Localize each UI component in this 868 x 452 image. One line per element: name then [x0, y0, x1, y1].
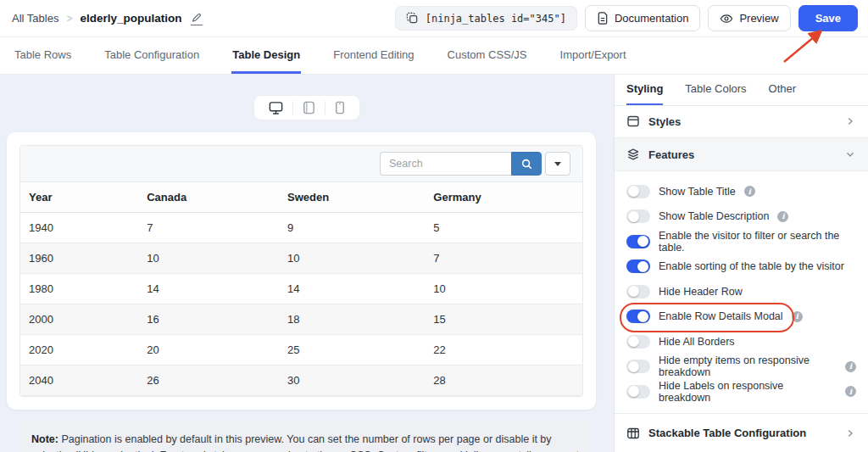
info-icon: i — [845, 386, 856, 397]
styles-section-header[interactable]: Styles — [615, 106, 868, 139]
save-button[interactable]: Save — [798, 5, 858, 31]
sidebar-tab[interactable]: Styling — [626, 75, 663, 105]
search-dropdown-button[interactable] — [545, 152, 570, 176]
mobile-icon — [334, 100, 346, 115]
column-header-sweden[interactable]: Sweden — [279, 182, 425, 213]
main-tab[interactable]: Table Rows — [14, 37, 72, 74]
note-label: Note: — [31, 433, 58, 445]
main-tab[interactable]: Table Design — [231, 37, 301, 74]
cell-germany: 28 — [425, 366, 582, 396]
search-button[interactable] — [511, 152, 542, 176]
cell-canada: 26 — [138, 366, 279, 396]
toggle-switch[interactable] — [626, 285, 650, 299]
cell-year: 1940 — [20, 213, 138, 243]
preview-label: Preview — [739, 12, 778, 25]
pencil-icon — [191, 12, 203, 24]
device-desktop-button[interactable] — [259, 98, 292, 117]
cell-sweden: 18 — [279, 304, 425, 335]
chevron-down-icon — [844, 148, 856, 160]
documentation-button[interactable]: Documentation — [585, 5, 700, 31]
table-shell: Year Canada Sweden Germany 1940 7 — [19, 145, 583, 397]
desktop-icon — [268, 100, 284, 115]
features-section-header[interactable]: Features — [615, 138, 868, 171]
cell-sweden: 25 — [279, 335, 425, 366]
page-title: elderly_population — [80, 12, 181, 25]
toggle-label: Enable sorting of the table by the visit… — [659, 260, 844, 272]
toggle-label: Enable Row Details Modal — [659, 310, 783, 322]
breadcrumb: All Tables > elderly_population — [12, 12, 203, 25]
features-icon — [626, 148, 640, 161]
settings-sidebar: Styling Table Colors Other Styles — [614, 75, 868, 452]
device-tablet-button[interactable] — [293, 98, 325, 117]
cell-canada: 10 — [138, 243, 279, 274]
sidebar-tab[interactable]: Other — [769, 75, 797, 105]
sidebar-tab[interactable]: Table Colors — [685, 75, 746, 105]
cell-germany: 5 — [425, 213, 582, 243]
note-text: Pagination is enabled by default in this… — [31, 433, 579, 452]
toggle-switch[interactable] — [626, 185, 650, 198]
top-bar: All Tables > elderly_population [ninja_t… — [0, 0, 868, 37]
cell-year: 2040 — [20, 366, 138, 396]
toggle-row: Hide empty items on responsive breakdown… — [626, 354, 856, 379]
search-input[interactable] — [380, 152, 511, 176]
table-row[interactable]: 1980 14 14 10 — [20, 274, 582, 304]
toggle-switch[interactable] — [626, 335, 650, 349]
toggle-switch[interactable] — [626, 385, 650, 399]
cell-year: 1980 — [20, 274, 138, 304]
toggle-row: Show Table Title i — [626, 179, 856, 204]
copy-icon — [406, 12, 419, 25]
preview-table: Year Canada Sweden Germany 1940 7 — [20, 182, 582, 396]
toggle-row: Enable the visitor to filter or search t… — [626, 229, 856, 254]
table-row[interactable]: 1940 7 9 5 — [20, 213, 582, 243]
cell-sweden: 9 — [279, 213, 425, 243]
table-row[interactable]: 2020 20 25 22 — [20, 335, 582, 366]
column-header-germany[interactable]: Germany — [425, 182, 582, 213]
toggle-label: Show Table Description — [659, 210, 769, 222]
sidebar-tab-bar: Styling Table Colors Other — [615, 75, 868, 106]
toggle-label: Enable the visitor to filter or search t… — [659, 230, 856, 254]
toggle-label: Hide Header Row — [659, 286, 743, 298]
column-header-canada[interactable]: Canada — [138, 182, 279, 213]
main-tab[interactable]: Import/Export — [559, 37, 627, 74]
cell-sweden: 10 — [279, 243, 425, 274]
toggle-switch[interactable] — [626, 209, 650, 223]
cell-germany: 22 — [425, 335, 582, 366]
cell-canada: 14 — [138, 274, 279, 304]
toggle-switch[interactable] — [626, 235, 650, 248]
features-section-label: Features — [648, 148, 694, 161]
cell-sweden: 30 — [279, 366, 425, 396]
cell-germany: 7 — [425, 243, 582, 274]
main-tab[interactable]: Frontend Editing — [332, 37, 415, 74]
eye-icon — [720, 13, 733, 25]
stackable-section-header[interactable]: Stackable Table Configuration — [615, 413, 868, 452]
toggle-switch[interactable] — [626, 259, 650, 273]
column-header-year[interactable]: Year — [20, 182, 138, 213]
toggle-row: Hide Header Row i — [626, 279, 856, 304]
breadcrumb-all-tables[interactable]: All Tables — [12, 12, 58, 25]
search-group — [380, 152, 570, 176]
stackable-section-label: Stackable Table Configuration — [648, 427, 806, 439]
styles-icon — [626, 114, 640, 128]
styles-section-label: Styles — [648, 115, 681, 128]
main-tab[interactable]: Table Configuration — [103, 37, 200, 74]
preview-note: Note: Pagination is enabled by default i… — [18, 421, 593, 452]
toggle-row: Hide All Borders i — [626, 329, 856, 354]
table-row[interactable]: 2040 26 30 28 — [20, 366, 582, 396]
toggle-switch[interactable] — [626, 310, 650, 323]
chevron-right-icon — [844, 115, 856, 127]
cell-canada: 20 — [138, 335, 279, 366]
table-row[interactable]: 2000 16 18 15 — [20, 304, 582, 335]
cell-year: 2020 — [20, 335, 138, 366]
preview-button[interactable]: Preview — [708, 5, 790, 31]
features-toggle-list: Show Table Title i Show Table Descriptio… — [615, 171, 868, 405]
toggle-switch[interactable] — [626, 360, 650, 373]
cell-germany: 10 — [425, 274, 582, 304]
documentation-label: Documentation — [615, 12, 688, 25]
edit-title-button[interactable] — [191, 12, 203, 25]
preview-area: Year Canada Sweden Germany 1940 7 — [0, 75, 614, 452]
shortcode-chip[interactable]: [ninja_tables id="345"] — [395, 6, 577, 31]
device-mobile-button[interactable] — [326, 98, 354, 117]
main-tab[interactable]: Custom CSS/JS — [447, 37, 528, 74]
table-row[interactable]: 1960 10 10 7 — [20, 243, 582, 274]
cell-germany: 15 — [425, 304, 582, 335]
